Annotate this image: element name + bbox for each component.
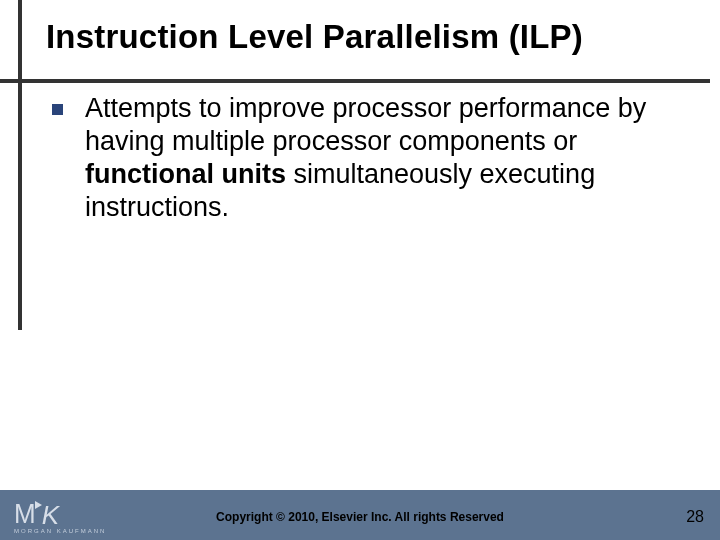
body-text-bold: functional units bbox=[85, 159, 286, 189]
square-bullet-icon bbox=[52, 104, 63, 115]
slide: Instruction Level Parallelism (ILP) Atte… bbox=[0, 0, 720, 540]
body-text: Attempts to improve processor performanc… bbox=[85, 92, 690, 224]
title-horizontal-rule bbox=[0, 79, 710, 83]
title-area: Instruction Level Parallelism (ILP) bbox=[0, 18, 720, 56]
body-text-segment: Attempts to improve processor performanc… bbox=[85, 93, 646, 156]
bullet-item: Attempts to improve processor performanc… bbox=[52, 92, 690, 224]
footer-bar: MK MORGAN KAUFMANN Copyright © 2010, Els… bbox=[0, 490, 720, 540]
slide-title: Instruction Level Parallelism (ILP) bbox=[0, 18, 720, 56]
page-number: 28 bbox=[686, 508, 704, 526]
body-area: Attempts to improve processor performanc… bbox=[52, 92, 690, 224]
copyright-text: Copyright © 2010, Elsevier Inc. All righ… bbox=[0, 510, 720, 524]
